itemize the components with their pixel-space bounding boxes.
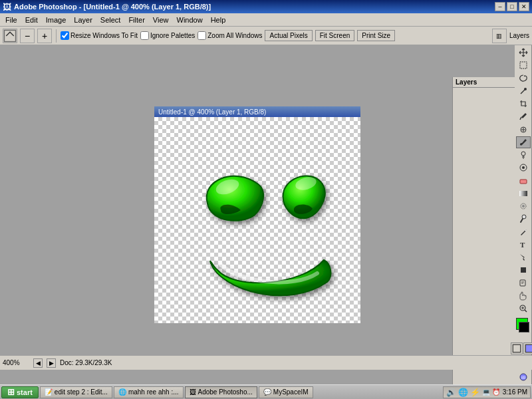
menu-select[interactable]: Select xyxy=(96,15,125,25)
tools-panel: T xyxy=(515,45,532,384)
magic-wand-tool[interactable] xyxy=(516,85,531,97)
menu-window[interactable]: Window xyxy=(173,15,207,25)
taskbar-item-2[interactable]: 🖼 Adobe Photosho... xyxy=(185,386,257,398)
taskbar-item-label-3: MySpaceIM xyxy=(273,388,309,396)
svg-point-15 xyxy=(522,205,525,207)
zoom-level: 400% xyxy=(3,359,29,366)
fit-screen-button[interactable]: Fit Screen xyxy=(315,30,355,41)
taskbar-item-1[interactable]: 🌐 mahh ree ahh :... xyxy=(114,386,184,398)
document-window: Untitled-1 @ 400% (Layer 1, RGB/8) xyxy=(154,106,360,323)
svg-rect-21 xyxy=(520,280,525,286)
gradient-tool[interactable] xyxy=(516,188,531,200)
tray-icon-3: ⚡ xyxy=(470,388,480,397)
background-color[interactable] xyxy=(519,322,529,332)
tray-icon-2: 🌐 xyxy=(458,388,468,397)
svg-point-18 xyxy=(525,229,526,231)
separator-1 xyxy=(56,29,57,43)
menu-file[interactable]: File xyxy=(1,15,21,25)
document-title-bar: Untitled-1 @ 400% (Layer 1, RGB/8) xyxy=(154,106,360,117)
svg-point-11 xyxy=(522,166,525,169)
taskbar-item-0[interactable]: 📝 edit step 2 : Edit... xyxy=(40,386,112,398)
color-swatches xyxy=(515,318,532,340)
svg-rect-26 xyxy=(513,345,520,352)
svg-line-23 xyxy=(525,310,527,312)
layers-tab-label[interactable]: Layers xyxy=(456,78,477,86)
document-canvas[interactable] xyxy=(154,117,360,323)
resize-windows-checkbox[interactable]: Resize Windows To Fit xyxy=(61,31,138,40)
doc-info: Doc: 29.3K/29.3K xyxy=(60,359,112,366)
hand-tool[interactable] xyxy=(516,290,531,302)
document-title-text: Untitled-1 @ 400% (Layer 1, RGB/8) xyxy=(158,108,266,116)
actual-pixels-button[interactable]: Actual Pixels xyxy=(265,30,312,41)
nav-next-button[interactable]: ▶ xyxy=(47,358,56,368)
menu-filter[interactable]: Filter xyxy=(124,15,148,25)
zoom-out-btn[interactable]: − xyxy=(20,29,35,43)
svg-point-9 xyxy=(521,152,525,156)
close-button[interactable]: ✕ xyxy=(519,2,529,11)
menu-view[interactable]: View xyxy=(149,15,173,25)
maximize-button[interactable]: □ xyxy=(507,2,517,11)
palette-icon[interactable]: ▥ xyxy=(492,29,507,43)
clone-tool[interactable] xyxy=(516,149,531,161)
type-tool[interactable]: T xyxy=(516,239,531,251)
eraser-tool[interactable] xyxy=(516,175,531,187)
title-bar: 🖼 Adobe Photoshop - [Untitled-1 @ 400% (… xyxy=(0,0,532,13)
window-controls: – □ ✕ xyxy=(495,2,529,11)
svg-line-4 xyxy=(521,90,525,94)
status-bar: 400% ◀ ▶ Doc: 29.3K/29.3K xyxy=(0,355,532,370)
window-title: Adobe Photoshop - [Untitled-1 @ 400% (La… xyxy=(14,3,211,11)
svg-text:T: T xyxy=(520,241,525,249)
dodge-tool[interactable] xyxy=(516,213,531,225)
start-button[interactable]: ⊞ start xyxy=(1,386,39,398)
taskbar-item-label-0: edit step 2 : Edit... xyxy=(55,388,108,396)
zoom-in-btn[interactable]: + xyxy=(37,29,52,43)
system-time: 3:16 PM xyxy=(502,388,527,396)
nav-prev-button[interactable]: ◀ xyxy=(33,358,43,368)
taskbar-item-3[interactable]: 💬 MySpaceIM xyxy=(259,386,313,398)
taskbar-item-label-1: mahh ree ahh :... xyxy=(128,388,179,396)
taskbar-item-label-2: Adobe Photosho... xyxy=(198,388,253,396)
svg-text:IR: IR xyxy=(521,376,526,380)
minimize-button[interactable]: – xyxy=(495,2,505,11)
blur-tool[interactable] xyxy=(516,200,531,212)
system-tray: 🔊 🌐 ⚡ 💻 ⏰ 3:16 PM xyxy=(443,386,531,398)
zoom-all-windows-checkbox[interactable]: Zoom All Windows xyxy=(198,31,262,40)
canvas-artwork xyxy=(154,117,360,323)
svg-line-17 xyxy=(521,219,523,222)
canvas-area: Untitled-1 @ 400% (Layer 1, RGB/8) xyxy=(0,45,515,384)
marquee-tool[interactable] xyxy=(516,59,531,71)
pen-tool[interactable] xyxy=(516,226,531,238)
svg-rect-20 xyxy=(521,267,526,273)
lasso-tool[interactable] xyxy=(516,72,531,84)
taskbar: ⊞ start 📝 edit step 2 : Edit... 🌐 mahh r… xyxy=(0,384,532,399)
jump-to-imageready[interactable]: IR xyxy=(516,371,531,383)
history-tool[interactable] xyxy=(516,162,531,174)
ignore-palettes-checkbox[interactable]: Ignore Palettes xyxy=(140,31,195,40)
menu-help[interactable]: Help xyxy=(207,15,230,25)
svg-rect-27 xyxy=(525,345,532,352)
crop-tool[interactable] xyxy=(516,98,531,110)
menu-bar: File Edit Image Layer Select Filter View… xyxy=(0,13,532,27)
tray-icon-5: ⏰ xyxy=(492,388,500,396)
svg-rect-12 xyxy=(520,180,527,184)
print-size-button[interactable]: Print Size xyxy=(357,30,395,41)
quick-mask-mode[interactable] xyxy=(523,342,532,354)
options-bar: − + Resize Windows To Fit Ignore Palette… xyxy=(0,27,532,45)
mode-buttons xyxy=(511,342,532,354)
svg-rect-13 xyxy=(519,191,527,196)
svg-point-5 xyxy=(524,88,527,90)
menu-image[interactable]: Image xyxy=(42,15,70,25)
brush-tool[interactable] xyxy=(516,136,531,148)
tray-icon-1: 🔊 xyxy=(446,388,456,397)
move-tool[interactable] xyxy=(516,47,531,59)
shape-tool[interactable] xyxy=(516,264,531,276)
eyedropper-tool[interactable] xyxy=(516,110,531,122)
healing-tool[interactable] xyxy=(516,124,531,136)
path-select-tool[interactable] xyxy=(516,251,531,263)
menu-layer[interactable]: Layer xyxy=(70,15,96,25)
standard-mode[interactable] xyxy=(511,342,523,354)
menu-edit[interactable]: Edit xyxy=(21,15,42,25)
zoom-tool[interactable] xyxy=(516,303,531,315)
notes-tool[interactable] xyxy=(516,277,531,289)
tool-preset-picker[interactable] xyxy=(3,29,17,43)
